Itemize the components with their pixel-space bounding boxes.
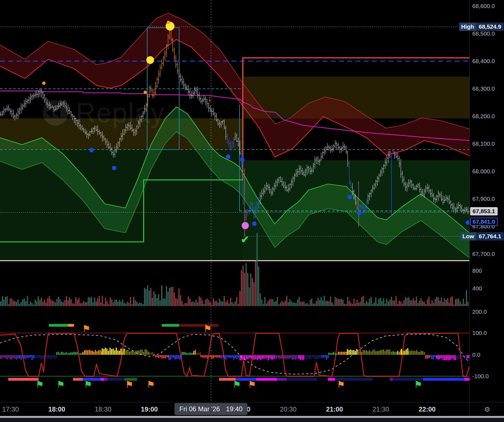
order-price-label: 67,841.0 <box>470 218 498 226</box>
price-axis-label: 67,900.0 <box>472 196 495 202</box>
blue-signal-dot <box>226 155 230 159</box>
oscillator-axis-label: 0.0 <box>472 351 480 358</box>
price-axis-label: 68,200.0 <box>472 113 495 120</box>
blue-signal-dot <box>357 211 361 215</box>
pink-signal-circle <box>242 222 249 229</box>
blue-signal-dot <box>89 148 94 152</box>
orange-signal-dot <box>144 91 147 94</box>
orange-signal-dot <box>167 21 170 24</box>
price-axis-label: 68,100.0 <box>472 140 495 147</box>
bottom-strip <box>0 418 504 422</box>
price-axis-label: 68,600.0 <box>472 3 495 9</box>
orange-flag-icon: ⚑ <box>337 379 345 390</box>
green-flag-icon: ⚑ <box>84 379 92 390</box>
time-axis-label: 21:00 <box>326 405 343 413</box>
crosshair-date-label: Fri 06 Mar '26 19:40 <box>174 403 247 415</box>
blue-signal-dot <box>240 158 244 162</box>
blue-signal-dot <box>252 221 257 226</box>
low-price-label: Low67,764.1 <box>460 232 504 240</box>
price-axis-label: 68,300.0 <box>472 85 495 92</box>
down-arrow-icon: ↓ <box>207 94 212 103</box>
horizontal-scrollbar[interactable] <box>0 416 504 418</box>
chart-canvas[interactable]: ⚑⚑⚑⚑⚑⚑⚑⚑⚑⚑⚑✔↓ <box>0 0 504 402</box>
time-axis-label: 21:30 <box>373 405 389 413</box>
blue-signal-dot <box>112 166 116 170</box>
trading-chart-window: ⚑⚑⚑⚑⚑⚑⚑⚑⚑⚑⚑✔↓ Replay 68,600.068,500.068,… <box>0 0 504 422</box>
price-axis-label: 68,500.0 <box>472 30 495 37</box>
volume-axis-label: 400 <box>472 285 482 292</box>
orange-flag-icon: ⚑ <box>82 323 90 334</box>
orange-flag-icon: ⚑ <box>248 379 256 390</box>
time-axis-label: 18:30 <box>95 405 111 413</box>
blue-signal-dot <box>347 195 352 199</box>
check-icon: ✔ <box>241 234 249 245</box>
time-axis[interactable]: 17:3018:0018:3019:0020:0020:3021:0021:30… <box>0 402 504 416</box>
yellow-signal-dot <box>146 56 154 64</box>
orange-signal-dot <box>42 82 45 85</box>
time-axis-label: 19:00 <box>141 405 158 413</box>
time-axis-label: 22:00 <box>419 405 435 413</box>
oscillator-axis-label: 100.0 <box>472 330 487 336</box>
last-price-label: 67,853.1 <box>470 207 503 215</box>
green-flag-icon: ⚑ <box>233 379 241 390</box>
high-price-label: High68,524.9 <box>459 23 504 31</box>
gear-icon[interactable]: ⚙ <box>484 405 490 413</box>
oscillator-axis-label: -100.0 <box>472 373 489 380</box>
orange-flag-icon: ⚑ <box>203 323 212 334</box>
price-axis-label: 67,700.0 <box>472 251 495 257</box>
oscillator-axis-label: 200.0 <box>472 309 487 315</box>
price-axis-label: 68,400.0 <box>472 58 495 64</box>
time-axis-label: 18:00 <box>48 405 65 413</box>
price-axis-label: 68,000.0 <box>472 168 495 175</box>
crosshair-time: 19:40 <box>226 405 242 413</box>
price-axis[interactable]: 68,600.068,500.068,400.068,300.068,200.0… <box>469 0 504 402</box>
time-axis-label: 20:30 <box>280 405 297 413</box>
axis-divider <box>469 402 470 416</box>
green-flag-icon: ⚑ <box>36 379 44 390</box>
orange-flag-icon: ⚑ <box>147 379 155 390</box>
volume-axis-label: 800 <box>472 267 482 274</box>
green-flag-icon: ⚑ <box>56 379 65 390</box>
crosshair-date: Fri 06 Mar '26 <box>179 405 220 413</box>
green-flag-icon: ⚑ <box>414 379 422 390</box>
time-axis-label: 17:30 <box>2 405 19 413</box>
orange-flag-icon: ⚑ <box>125 379 133 390</box>
